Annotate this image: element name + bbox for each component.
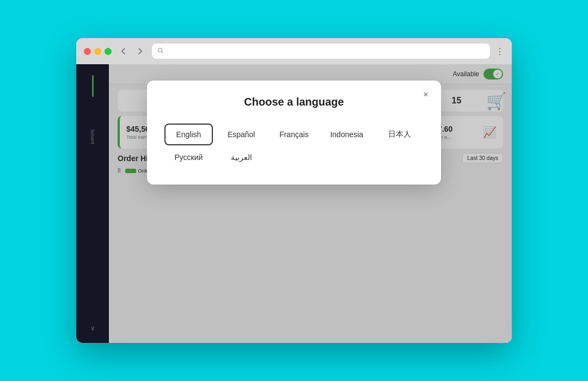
language-label-es: Español bbox=[228, 130, 255, 139]
language-option-en[interactable]: English bbox=[164, 124, 213, 145]
modal-title: Choose a language bbox=[164, 96, 424, 108]
modal-overlay[interactable]: Choose a language × English Español Fran… bbox=[76, 64, 512, 343]
traffic-lights bbox=[84, 48, 112, 55]
language-option-ru[interactable]: Русский bbox=[164, 148, 213, 167]
language-label-ru: Русский bbox=[174, 153, 203, 162]
language-label-en: English bbox=[176, 130, 201, 139]
language-label-ar: العربية bbox=[231, 153, 252, 162]
language-grid-row1: English Español Français Indonesia 日本人 bbox=[164, 124, 424, 145]
language-label-ja: 日本人 bbox=[388, 130, 411, 139]
browser-chrome: ⋮ bbox=[76, 38, 512, 64]
search-icon bbox=[157, 47, 164, 56]
language-grid-row2: Русский العربية bbox=[164, 148, 424, 167]
nav-forward-button[interactable] bbox=[133, 45, 146, 58]
traffic-light-green[interactable] bbox=[105, 48, 112, 55]
language-label-id: Indonesia bbox=[330, 130, 363, 139]
language-label-fr: Français bbox=[279, 130, 309, 139]
address-bar[interactable] bbox=[152, 44, 490, 59]
browser-window: ⋮ lement ∨ Available ✓ bbox=[76, 38, 512, 343]
traffic-light-red[interactable] bbox=[84, 48, 91, 55]
traffic-light-yellow[interactable] bbox=[94, 48, 101, 55]
modal-header: Choose a language bbox=[164, 96, 424, 108]
nav-buttons bbox=[117, 45, 146, 58]
language-option-ar[interactable]: العربية bbox=[217, 148, 266, 167]
browser-content: lement ∨ Available ✓ 443 bbox=[76, 64, 512, 343]
browser-menu-icon[interactable]: ⋮ bbox=[495, 46, 504, 57]
language-option-id[interactable]: Indonesia bbox=[322, 124, 371, 145]
browser-actions: ⋮ bbox=[495, 46, 504, 57]
language-option-ja[interactable]: 日本人 bbox=[375, 124, 424, 145]
language-option-es[interactable]: Español bbox=[217, 124, 266, 145]
language-modal: Choose a language × English Español Fran… bbox=[147, 81, 441, 185]
modal-close-button[interactable]: × bbox=[419, 88, 432, 101]
language-option-fr[interactable]: Français bbox=[270, 124, 318, 145]
nav-back-button[interactable] bbox=[117, 45, 130, 58]
